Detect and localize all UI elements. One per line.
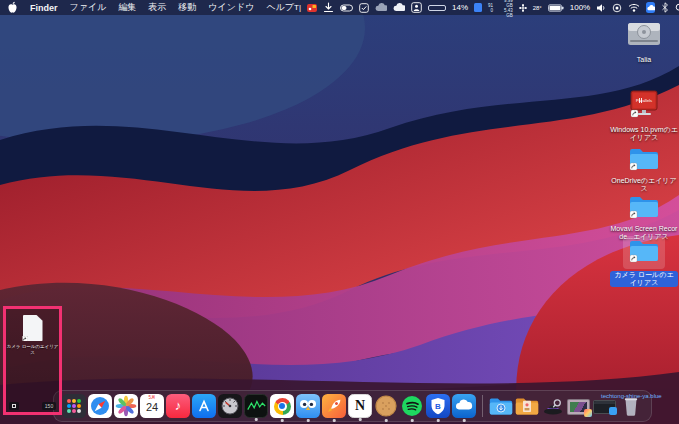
dock-rocket-app[interactable]	[322, 394, 346, 418]
shield-icon: B	[426, 394, 450, 418]
menu-window[interactable]: ウインドウ	[208, 1, 254, 14]
activity-graph-icon	[245, 395, 267, 417]
menu-go[interactable]: 移動	[178, 1, 196, 14]
folder-alias-icon	[629, 238, 659, 263]
icon-label: Windows 10.pvmのエイリアス	[610, 126, 678, 142]
spotlight-search-icon[interactable]	[675, 3, 679, 13]
menu-file[interactable]: ファイル	[70, 1, 107, 14]
cloud-sync-paused-icon[interactable]	[375, 3, 387, 12]
volume-status-icon[interactable]	[596, 3, 606, 13]
dock-system-monitor[interactable]	[244, 394, 268, 418]
bird-icon	[296, 394, 320, 418]
status-text-tool[interactable]: T|	[294, 3, 301, 12]
dock-notion[interactable]: N	[348, 394, 372, 418]
cloud-grey-icon	[375, 3, 387, 12]
pill-icon	[340, 4, 353, 12]
menu-finder[interactable]: Finder	[30, 3, 58, 13]
record-circle-icon	[612, 3, 622, 13]
network-speed-icon[interactable]	[474, 3, 482, 12]
drag-filename-label: techtong-shine-ya.blue	[601, 393, 662, 399]
biscuit-icon	[374, 394, 398, 418]
fan-icon	[519, 4, 527, 12]
wifi-status-icon[interactable]	[628, 3, 640, 12]
record-status-icon[interactable]	[612, 3, 622, 13]
safari-icon	[88, 394, 112, 418]
app-badge	[584, 409, 592, 417]
bluetooth-status-icon[interactable]	[661, 2, 669, 13]
dock-calendar[interactable]: 5月 24	[140, 394, 164, 418]
dock: 5月 24 ♪	[53, 390, 652, 422]
dock-minimized-window-1[interactable]	[567, 394, 591, 418]
spotify-icon	[400, 394, 424, 418]
running-indicator	[333, 419, 336, 422]
parallels-brand-text: Parallels	[636, 98, 652, 103]
progress-percent: 14%	[452, 3, 468, 12]
cloud-white-icon	[393, 3, 405, 12]
launchpad-icon	[62, 394, 86, 418]
desktop-icon-windows10[interactable]: Parallels Windows 10.pvmのエイリアス	[610, 90, 678, 142]
battery-status-icon[interactable]	[548, 4, 564, 12]
stop-square-icon	[12, 404, 16, 408]
cloud-sync-icon[interactable]	[393, 3, 405, 12]
running-indicator	[255, 418, 258, 421]
icon-label: Talia	[637, 56, 651, 64]
wifi-icon	[628, 3, 640, 12]
wallpaper-big-sur	[0, 0, 679, 424]
dock-app-store[interactable]	[192, 394, 216, 418]
menu-help[interactable]: ヘルプ	[266, 1, 294, 14]
desktop-icon-movavi-alias[interactable]: Movavi Screen Recorde...エイリアス	[610, 194, 678, 241]
memory-usage[interactable]: 9.99 GB 5.43 GB	[499, 0, 513, 18]
dock-disk-speed-test[interactable]	[218, 394, 242, 418]
dock-twitter-client[interactable]	[296, 394, 320, 418]
speed-gauge-icon	[218, 394, 242, 418]
screen-share-status-icon[interactable]	[411, 2, 422, 13]
person-frame-icon	[411, 2, 422, 13]
running-indicator	[359, 418, 362, 421]
capture-tool-badge[interactable]	[9, 402, 19, 410]
desktop-icon-talia[interactable]: Talia	[610, 20, 678, 64]
temperature-value: 28°	[533, 5, 542, 11]
chrome-icon	[274, 398, 291, 415]
download-status-icon[interactable]	[323, 2, 334, 13]
running-indicator	[307, 419, 310, 422]
blue-app-status-icon[interactable]	[646, 2, 655, 13]
dock-safari[interactable]	[88, 394, 112, 418]
document-alias-icon[interactable]	[23, 315, 43, 341]
apple-menu[interactable]	[7, 1, 18, 14]
checkbox-icon	[359, 3, 369, 13]
dock-biscuit[interactable]	[374, 394, 398, 418]
speaker-icon	[596, 3, 606, 13]
running-indicator	[411, 419, 414, 422]
movavi-status-icon[interactable]	[307, 3, 317, 13]
dock-alfred[interactable]	[541, 394, 565, 418]
capture-size-badge: 150	[42, 402, 56, 410]
app-store-icon	[192, 394, 216, 418]
window-preview	[593, 400, 616, 414]
dock-photos[interactable]	[114, 394, 138, 418]
menu-edit[interactable]: 編集	[118, 1, 136, 14]
toggle-pill-status-icon[interactable]	[340, 4, 353, 12]
dock-onedrive[interactable]	[452, 394, 476, 418]
dock-music[interactable]: ♪	[166, 394, 190, 418]
desktop-icon-onedrive-alias[interactable]: OneDriveのエイリアス	[610, 146, 678, 193]
dock-launchpad[interactable]	[62, 394, 86, 418]
orange-folder-icon	[515, 394, 539, 418]
dock-orange-folder[interactable]	[515, 394, 539, 418]
dock-bitwarden[interactable]: B	[426, 394, 450, 418]
apple-logo-icon	[7, 1, 18, 14]
progress-bar-status	[428, 5, 446, 11]
menu-bar: Finder ファイル 編集 表示 移動 ウインドウ ヘルプ T|	[0, 0, 679, 15]
music-note-icon: ♪	[166, 394, 190, 418]
dock-spotify[interactable]	[400, 394, 424, 418]
dock-chrome[interactable]	[270, 394, 294, 418]
alias-arrow-icon	[21, 336, 28, 343]
tasks-status-icon[interactable]	[359, 3, 369, 13]
menu-view[interactable]: 表示	[148, 1, 166, 14]
battery-percent: 100%	[570, 3, 590, 12]
fan-temp-status[interactable]	[519, 4, 527, 12]
dock-downloads-folder[interactable]	[489, 394, 513, 418]
running-indicator	[463, 419, 466, 422]
capture-selection-box[interactable]: カメラ ロールのエイリアス 150	[3, 306, 62, 415]
folder-alias-icon	[629, 194, 659, 219]
desktop-icon-camera-roll-alias[interactable]: カメラ ロールのエイリアス	[610, 236, 678, 287]
